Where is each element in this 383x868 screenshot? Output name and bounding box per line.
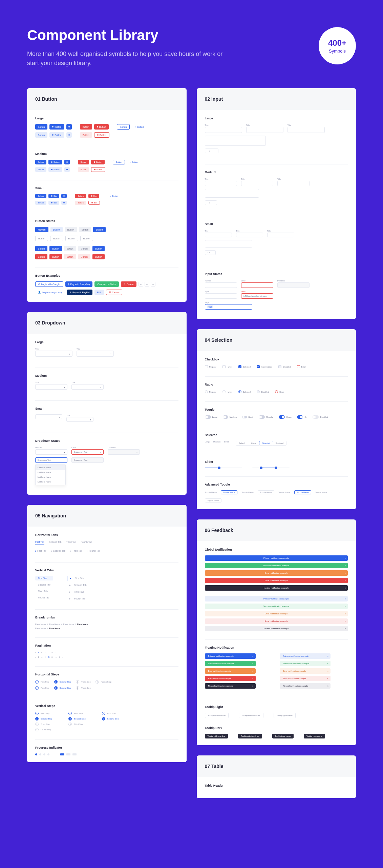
vtab[interactable]: Second Tab [35,583,53,587]
tab-icon[interactable]: ▸ Second Tab [51,550,66,554]
vtab[interactable]: First Tab [35,576,53,580]
button-light-icon-only[interactable] [66,132,72,138]
tab-icon[interactable]: ▸ Fourth Tab [87,550,100,554]
input-tags[interactable]: Tag1 [205,304,252,310]
close-icon[interactable]: × [327,685,328,687]
close-icon[interactable]: × [344,605,346,607]
pag-next[interactable]: › [62,656,63,658]
checkbox-disabled[interactable]: Disabled [278,365,291,368]
pag-prev[interactable]: ‹ [35,651,36,653]
state-r3-3[interactable]: Button [64,246,76,251]
close-icon[interactable]: × [327,670,328,672]
dropdown-item[interactable]: List Item Name [36,465,65,470]
input-sm[interactable] [267,233,294,237]
state-r3-4[interactable]: Button [78,246,90,251]
btn-stripe[interactable]: Connect on Stripe [94,281,119,287]
advtog-off2[interactable]: Toggle Name [205,498,221,502]
button-light-sm-icon[interactable]: Btn [48,201,59,205]
btn-anon[interactable]: 👤 Login anonymously [35,290,65,295]
vtab-lined[interactable]: ▸ Fourth Tab [67,596,92,601]
close-icon[interactable]: × [344,587,346,589]
dropdown-open-2[interactable]: Dropdown Text [71,457,104,463]
radio-selected[interactable]: Selected [238,390,251,393]
state-active[interactable]: Button [93,227,105,232]
state-r4-1[interactable]: Button [35,254,47,259]
align-left-icon[interactable]: ≡ [139,282,143,287]
vtab-lined[interactable]: ▸ First Tab [67,576,92,581]
checkbox-hover[interactable]: Hover [222,365,232,368]
button-icon-only[interactable] [66,124,72,130]
vtab-lined[interactable]: ▸ Second Tab [67,583,92,588]
slider-thumb[interactable] [260,467,262,469]
state-disabled[interactable]: Button [65,227,77,232]
btn-google[interactable]: G Login with Google [35,281,63,287]
close-icon[interactable]: × [344,628,346,630]
close-icon[interactable]: × [344,557,346,559]
button-danger-outline-sm[interactable]: Btn [88,201,100,205]
button-danger-outline-md[interactable]: Button [91,167,105,172]
textarea-md[interactable] [205,189,259,198]
close-icon[interactable]: × [344,598,346,600]
button-danger-icon[interactable]: Button [94,124,109,130]
button-icon-sm[interactable] [61,194,67,198]
state-outline1[interactable]: Button [35,236,48,241]
input-state-normal[interactable] [205,282,237,288]
advtog-on2[interactable]: Toggle Name [294,490,311,494]
pag-page[interactable]: 3 [44,651,45,653]
pag-page[interactable]: 5 [48,656,49,658]
align-right-icon[interactable]: ≡ [151,282,155,287]
dropdown-open-1[interactable]: Dropdown Text [35,457,67,463]
button-danger-light-sm[interactable]: Button [75,201,86,205]
checkbox-selected[interactable]: ✓Selected [238,365,251,368]
vtab[interactable]: Third Tab [35,589,53,593]
btn-swappay[interactable]: $ Pay with SwapPay [65,281,93,287]
dropdown-sm[interactable] [66,417,93,422]
state-r3-2[interactable]: Button [49,246,62,251]
button-light-icon[interactable]: Button [49,132,64,138]
close-icon[interactable]: × [252,685,254,687]
state-r4-4[interactable]: Button [78,254,90,259]
radio-error[interactable]: Error [275,390,284,393]
pag-page[interactable]: 4 [45,656,46,658]
close-icon[interactable]: × [252,663,254,665]
button-ghost[interactable]: + Button [132,124,146,130]
state-r4-2[interactable]: Button [49,254,62,259]
button-primary-sm-icon[interactable]: Btn [48,194,59,198]
button-primary-md[interactable]: Button [35,160,46,164]
input-sm[interactable] [236,233,263,237]
button-light-md[interactable]: Button [35,167,46,172]
input-email-error[interactable]: jeff@address@gmail.com [241,293,273,299]
radio-hover[interactable]: Hover [222,390,232,393]
input-md[interactable] [277,181,310,186]
toggle-small[interactable] [242,416,247,418]
button-light-sm[interactable]: Button [35,201,46,205]
dropdown-error[interactable]: Dropdown Text [71,449,104,455]
close-icon[interactable]: × [327,655,328,657]
button-danger-outline[interactable]: Button [94,132,109,138]
selector-option[interactable]: Default [236,441,248,445]
close-icon[interactable]: × [327,677,328,679]
textarea-lg[interactable] [205,136,266,146]
state-outline2[interactable]: Button [50,236,63,241]
dropdown-lg[interactable] [35,351,72,357]
button-primary-icon[interactable]: Button [49,124,64,130]
dropdown-md[interactable] [35,384,67,390]
tag-chip[interactable]: Tag1 [207,305,214,308]
advtog-off[interactable]: Toggle Name [258,490,274,494]
selector-option[interactable]: Hover [248,441,259,445]
checkbox-regular[interactable]: Regular [205,365,216,368]
slider-thumb[interactable] [218,467,220,469]
toggle-regular[interactable] [259,415,265,419]
input-md[interactable] [205,181,237,186]
state-outline4[interactable]: Button [80,236,93,241]
pag-page[interactable]: 9 [59,656,60,658]
button-danger[interactable]: Button [80,124,92,130]
slider-single[interactable] [205,468,242,468]
close-icon[interactable]: × [344,620,346,622]
input-stepper-sm[interactable]: − + [205,250,216,255]
tab-icon[interactable]: ▸ First Tab [35,550,46,554]
button-primary[interactable]: Button [35,124,47,130]
pag-page[interactable]: 1 [38,651,39,653]
button-ghost-md[interactable]: + Button [127,160,141,164]
radio-regular[interactable]: Regular [205,390,216,393]
